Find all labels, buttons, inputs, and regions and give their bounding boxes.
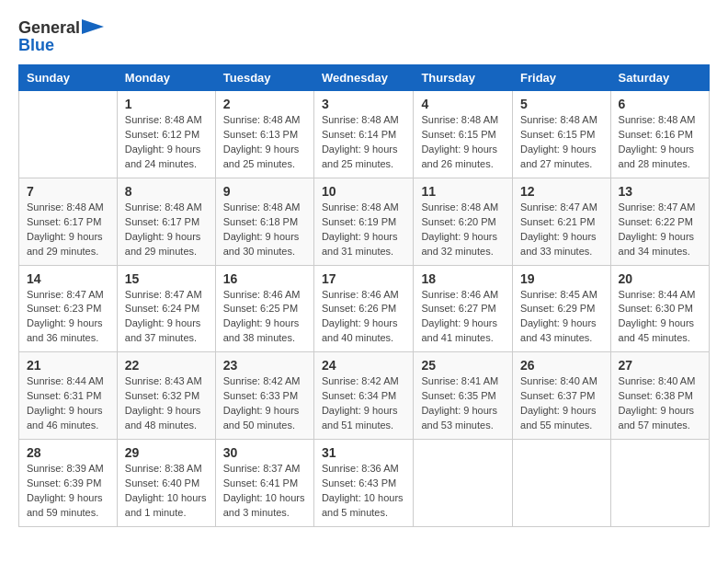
header-friday: Friday [513,65,611,91]
calendar-header-row: SundayMondayTuesdayWednesdayThursdayFrid… [19,65,710,91]
calendar-cell: 15Sunrise: 8:47 AMSunset: 6:24 PMDayligh… [117,265,215,352]
day-number: 28 [27,445,109,460]
day-number: 13 [619,184,701,199]
day-number: 16 [223,271,306,286]
page-header: General Blue [18,18,710,55]
cell-info: Sunrise: 8:41 AMSunset: 6:35 PMDaylight:… [421,374,505,433]
day-number: 8 [125,184,208,199]
day-number: 2 [223,97,306,111]
logo-container: General Blue [18,18,104,55]
cell-info: Sunrise: 8:43 AMSunset: 6:32 PMDaylight:… [125,374,208,433]
calendar-cell: 26Sunrise: 8:40 AMSunset: 6:37 PMDayligh… [513,352,611,440]
cell-info: Sunrise: 8:40 AMSunset: 6:38 PMDaylight:… [619,374,701,433]
day-number: 20 [619,271,701,286]
cell-info: Sunrise: 8:42 AMSunset: 6:34 PMDaylight:… [322,374,406,433]
calendar-cell: 10Sunrise: 8:48 AMSunset: 6:19 PMDayligh… [313,178,414,265]
calendar-cell: 6Sunrise: 8:48 AMSunset: 6:16 PMDaylight… [610,91,709,178]
cell-info: Sunrise: 8:48 AMSunset: 6:13 PMDaylight:… [223,113,306,172]
calendar-cell: 28Sunrise: 8:39 AMSunset: 6:39 PMDayligh… [19,440,118,527]
cell-info: Sunrise: 8:44 AMSunset: 6:31 PMDaylight:… [27,374,109,433]
header-thursday: Thursday [414,65,513,91]
cell-info: Sunrise: 8:37 AMSunset: 6:41 PMDaylight:… [223,462,306,521]
calendar-cell: 2Sunrise: 8:48 AMSunset: 6:13 PMDaylight… [215,91,313,178]
cell-info: Sunrise: 8:48 AMSunset: 6:20 PMDaylight:… [421,201,505,259]
cell-info: Sunrise: 8:48 AMSunset: 6:15 PMDaylight:… [421,113,505,172]
header-wednesday: Wednesday [313,65,414,91]
calendar-cell: 1Sunrise: 8:48 AMSunset: 6:12 PMDaylight… [117,91,215,178]
svg-marker-0 [82,19,104,34]
day-number: 18 [421,271,505,286]
logo-arrow-icon [82,19,104,38]
day-number: 14 [27,271,109,286]
calendar-cell: 12Sunrise: 8:47 AMSunset: 6:21 PMDayligh… [513,178,611,265]
day-number: 19 [520,271,603,286]
day-number: 10 [322,184,406,199]
cell-info: Sunrise: 8:47 AMSunset: 6:24 PMDaylight:… [125,288,208,347]
day-number: 23 [223,358,306,373]
cell-info: Sunrise: 8:48 AMSunset: 6:19 PMDaylight:… [322,201,406,259]
calendar-table: SundayMondayTuesdayWednesdayThursdayFrid… [18,64,710,527]
cell-info: Sunrise: 8:48 AMSunset: 6:15 PMDaylight:… [520,113,603,172]
calendar-cell: 7Sunrise: 8:48 AMSunset: 6:17 PMDaylight… [19,178,118,265]
calendar-cell: 29Sunrise: 8:38 AMSunset: 6:40 PMDayligh… [117,440,215,527]
calendar-cell [513,440,611,527]
logo-blue: Blue [18,36,104,55]
header-monday: Monday [117,65,215,91]
calendar-cell: 23Sunrise: 8:42 AMSunset: 6:33 PMDayligh… [215,352,313,440]
calendar-row: 14Sunrise: 8:47 AMSunset: 6:23 PMDayligh… [19,265,710,352]
calendar-row: 28Sunrise: 8:39 AMSunset: 6:39 PMDayligh… [19,440,710,527]
calendar-cell [19,91,118,178]
calendar-cell: 4Sunrise: 8:48 AMSunset: 6:15 PMDaylight… [414,91,513,178]
cell-info: Sunrise: 8:40 AMSunset: 6:37 PMDaylight:… [520,374,603,433]
day-number: 29 [125,445,208,460]
calendar-cell: 8Sunrise: 8:48 AMSunset: 6:17 PMDaylight… [117,178,215,265]
cell-info: Sunrise: 8:47 AMSunset: 6:21 PMDaylight:… [520,201,603,259]
cell-info: Sunrise: 8:48 AMSunset: 6:16 PMDaylight:… [619,113,701,172]
day-number: 31 [322,445,406,460]
day-number: 7 [27,184,109,199]
header-tuesday: Tuesday [215,65,313,91]
cell-info: Sunrise: 8:47 AMSunset: 6:23 PMDaylight:… [27,288,109,347]
calendar-row: 21Sunrise: 8:44 AMSunset: 6:31 PMDayligh… [19,352,710,440]
cell-info: Sunrise: 8:45 AMSunset: 6:29 PMDaylight:… [520,288,603,347]
calendar-cell: 17Sunrise: 8:46 AMSunset: 6:26 PMDayligh… [313,265,414,352]
day-number: 15 [125,271,208,286]
calendar-cell: 24Sunrise: 8:42 AMSunset: 6:34 PMDayligh… [313,352,414,440]
day-number: 30 [223,445,306,460]
cell-info: Sunrise: 8:48 AMSunset: 6:12 PMDaylight:… [125,113,208,172]
cell-info: Sunrise: 8:38 AMSunset: 6:40 PMDaylight:… [125,462,208,521]
calendar-cell: 19Sunrise: 8:45 AMSunset: 6:29 PMDayligh… [513,265,611,352]
calendar-cell [610,440,709,527]
day-number: 6 [619,97,701,111]
calendar-cell: 20Sunrise: 8:44 AMSunset: 6:30 PMDayligh… [610,265,709,352]
header-sunday: Sunday [19,65,118,91]
calendar-cell: 22Sunrise: 8:43 AMSunset: 6:32 PMDayligh… [117,352,215,440]
cell-info: Sunrise: 8:39 AMSunset: 6:39 PMDaylight:… [27,462,109,521]
day-number: 5 [520,97,603,111]
cell-info: Sunrise: 8:46 AMSunset: 6:25 PMDaylight:… [223,288,306,347]
cell-info: Sunrise: 8:48 AMSunset: 6:14 PMDaylight:… [322,113,406,172]
cell-info: Sunrise: 8:48 AMSunset: 6:18 PMDaylight:… [223,201,306,259]
day-number: 26 [520,358,603,373]
day-number: 9 [223,184,306,199]
cell-info: Sunrise: 8:48 AMSunset: 6:17 PMDaylight:… [27,201,109,259]
day-number: 27 [619,358,701,373]
cell-info: Sunrise: 8:46 AMSunset: 6:27 PMDaylight:… [421,288,505,347]
calendar-cell: 18Sunrise: 8:46 AMSunset: 6:27 PMDayligh… [414,265,513,352]
calendar-cell: 31Sunrise: 8:36 AMSunset: 6:43 PMDayligh… [313,440,414,527]
logo: General Blue [18,18,104,55]
cell-info: Sunrise: 8:46 AMSunset: 6:26 PMDaylight:… [322,288,406,347]
calendar-cell: 21Sunrise: 8:44 AMSunset: 6:31 PMDayligh… [19,352,118,440]
cell-info: Sunrise: 8:47 AMSunset: 6:22 PMDaylight:… [619,201,701,259]
calendar-row: 1Sunrise: 8:48 AMSunset: 6:12 PMDaylight… [19,91,710,178]
calendar-cell: 13Sunrise: 8:47 AMSunset: 6:22 PMDayligh… [610,178,709,265]
logo-general: General [18,18,80,38]
cell-info: Sunrise: 8:44 AMSunset: 6:30 PMDaylight:… [619,288,701,347]
calendar-row: 7Sunrise: 8:48 AMSunset: 6:17 PMDaylight… [19,178,710,265]
day-number: 24 [322,358,406,373]
calendar-cell: 14Sunrise: 8:47 AMSunset: 6:23 PMDayligh… [19,265,118,352]
calendar-cell: 11Sunrise: 8:48 AMSunset: 6:20 PMDayligh… [414,178,513,265]
day-number: 1 [125,97,208,111]
calendar-cell: 30Sunrise: 8:37 AMSunset: 6:41 PMDayligh… [215,440,313,527]
calendar-cell: 3Sunrise: 8:48 AMSunset: 6:14 PMDaylight… [313,91,414,178]
